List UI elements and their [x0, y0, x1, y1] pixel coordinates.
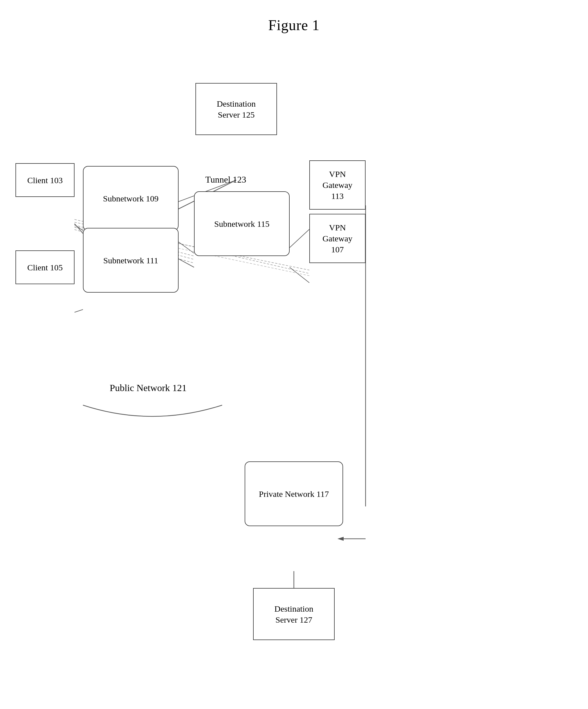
client-105: Client 105	[16, 251, 75, 284]
subnetwork-115: Subnetwork 115	[194, 191, 290, 256]
subnetwork-109: Subnetwork 109	[83, 166, 178, 231]
tunnel-123-label: Tunnel 123	[205, 175, 246, 185]
page-title: Figure 1	[0, 0, 588, 33]
svg-marker-15	[337, 537, 344, 541]
svg-line-10	[290, 267, 309, 283]
private-network-117: Private Network 117	[245, 462, 343, 526]
svg-line-18	[75, 310, 83, 312]
svg-line-1	[75, 224, 83, 234]
svg-line-8	[178, 259, 194, 267]
vpn-gateway-113: VPN Gateway 113	[309, 160, 366, 210]
destination-server-127: Destination Server 127	[253, 588, 335, 640]
svg-line-7	[178, 242, 194, 253]
svg-line-17	[75, 225, 83, 231]
vpn-gateway-107: VPN Gateway 107	[309, 214, 366, 263]
destination-server-125: Destination Server 125	[195, 83, 277, 135]
client-103: Client 103	[16, 163, 75, 197]
svg-line-9	[290, 229, 309, 247]
subnetwork-111: Subnetwork 111	[83, 228, 178, 293]
public-network-label: Public Network 121	[110, 383, 187, 393]
